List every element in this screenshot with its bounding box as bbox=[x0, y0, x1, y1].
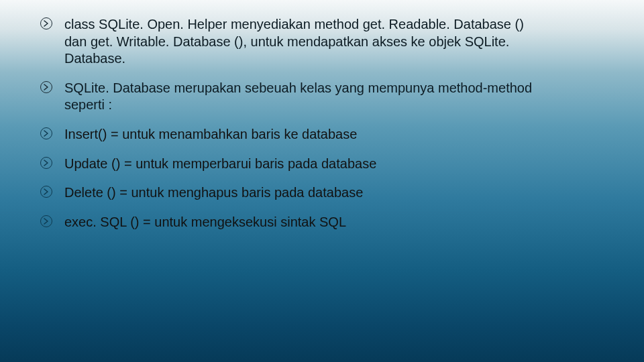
bullet-text: class SQLite. Open. Helper menyediakan m… bbox=[64, 16, 534, 68]
bullet-text: SQLite. Database merupakan sebeuah kelas… bbox=[64, 80, 534, 114]
list-item: exec. SQL () = untuk mengeksekusi sintak… bbox=[40, 214, 604, 231]
arrow-circle-icon bbox=[40, 186, 52, 198]
list-item: Delete () = untuk menghapus baris pada d… bbox=[40, 184, 604, 202]
arrow-circle-icon bbox=[40, 157, 52, 169]
bullet-text: Update () = untuk memperbarui baris pada… bbox=[64, 156, 534, 173]
arrow-circle-icon bbox=[40, 81, 52, 93]
list-item: Insert() = untuk menambahkan baris ke da… bbox=[40, 126, 604, 143]
bullet-text: Insert() = untuk menambahkan baris ke da… bbox=[64, 126, 534, 143]
list-item: class SQLite. Open. Helper menyediakan m… bbox=[40, 16, 604, 68]
bullet-list: class SQLite. Open. Helper menyediakan m… bbox=[40, 16, 604, 231]
bullet-text: exec. SQL () = untuk mengeksekusi sintak… bbox=[64, 214, 534, 231]
arrow-circle-icon bbox=[40, 215, 52, 227]
list-item: Update () = untuk memperbarui baris pada… bbox=[40, 156, 604, 173]
arrow-circle-icon bbox=[40, 127, 52, 139]
arrow-circle-icon bbox=[40, 17, 52, 29]
slide: class SQLite. Open. Helper menyediakan m… bbox=[0, 0, 644, 362]
bullet-text: Delete () = untuk menghapus baris pada d… bbox=[64, 184, 534, 202]
list-item: SQLite. Database merupakan sebeuah kelas… bbox=[40, 80, 604, 114]
